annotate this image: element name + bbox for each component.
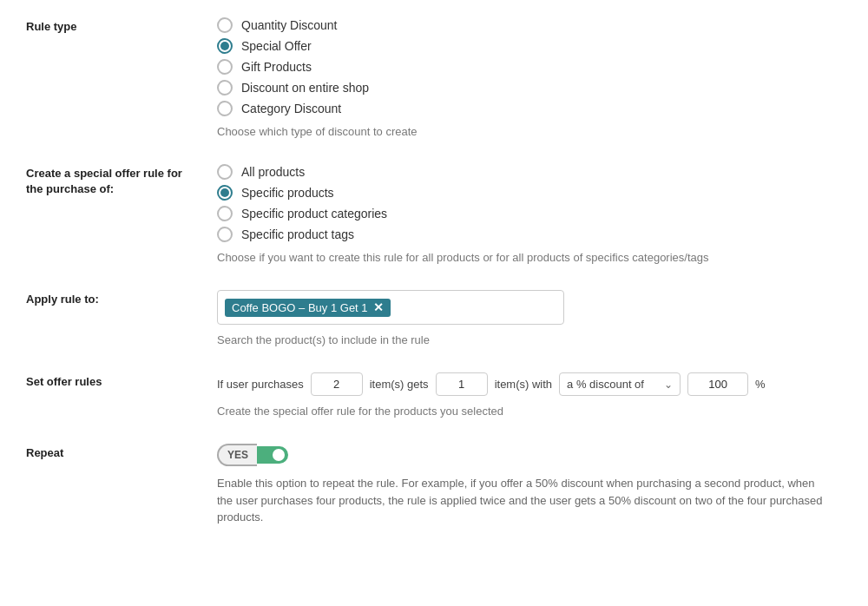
radio-specific-categories[interactable] <box>217 206 233 221</box>
option-quantity-discount[interactable]: Quantity Discount <box>217 17 842 33</box>
option-quantity-discount-label: Quantity Discount <box>241 18 338 32</box>
gets-quantity-input[interactable] <box>436 372 488 396</box>
purchase-of-row: Create a special offer rule for the purc… <box>26 164 842 264</box>
apply-rule-input[interactable]: Coffe BOGO – Buy 1 Get 1 ✕ <box>217 290 564 325</box>
option-specific-categories[interactable]: Specific product categories <box>217 206 842 221</box>
purchase-of-label-line2: the purchase of: <box>26 182 114 195</box>
radio-quantity-discount[interactable] <box>217 17 233 33</box>
option-gift-products[interactable]: Gift Products <box>217 59 842 75</box>
rule-type-content: Quantity Discount Special Offer Gift Pro… <box>217 17 842 138</box>
option-discount-entire-shop-label: Discount on entire shop <box>241 81 369 95</box>
repeat-label: Repeat <box>26 444 217 461</box>
toggle-knob <box>273 449 285 461</box>
percent-symbol: % <box>755 378 766 391</box>
discount-type-label: a % discount of <box>567 378 644 391</box>
rule-type-label: Rule type <box>26 17 217 35</box>
option-specific-products-label: Specific products <box>241 186 334 200</box>
offer-rules-row: Set offer rules If user purchases item(s… <box>26 372 842 418</box>
repeat-row: Repeat YES Enable this option to repeat … <box>26 444 842 526</box>
apply-rule-help: Search the product(s) to include in the … <box>217 333 842 346</box>
option-special-offer[interactable]: Special Offer <box>217 38 842 54</box>
chevron-down-icon: ⌄ <box>664 379 673 391</box>
radio-specific-products[interactable] <box>217 185 233 201</box>
remove-tag-button[interactable]: ✕ <box>373 301 384 313</box>
discount-type-select[interactable]: a % discount of ⌄ <box>559 372 681 396</box>
option-specific-tags[interactable]: Specific product tags <box>217 227 842 242</box>
option-specific-products[interactable]: Specific products <box>217 185 842 201</box>
offer-rules-inputs: If user purchases item(s) gets item(s) w… <box>217 372 842 396</box>
radio-category-discount[interactable] <box>217 101 233 116</box>
option-specific-categories-label: Specific product categories <box>241 207 387 221</box>
option-all-products-label: All products <box>241 165 305 179</box>
offer-rules-label: Set offer rules <box>26 372 217 390</box>
radio-gift-products[interactable] <box>217 59 233 75</box>
selected-product-tag: Coffe BOGO – Buy 1 Get 1 ✕ <box>225 299 391 317</box>
if-user-purchases-label: If user purchases <box>217 378 304 391</box>
option-special-offer-label: Special Offer <box>241 39 312 53</box>
option-discount-entire-shop[interactable]: Discount on entire shop <box>217 80 842 96</box>
items-with-label: item(s) with <box>495 378 552 391</box>
option-specific-tags-label: Specific product tags <box>241 227 354 241</box>
option-category-discount[interactable]: Category Discount <box>217 101 842 116</box>
apply-rule-content: Coffe BOGO – Buy 1 Get 1 ✕ Search the pr… <box>217 290 842 346</box>
repeat-help: Enable this option to repeat the rule. F… <box>217 475 825 526</box>
repeat-content: YES Enable this option to repeat the rul… <box>217 444 842 526</box>
rule-type-help: Choose which type of discount to create <box>217 125 842 138</box>
purchase-of-content: All products Specific products Specific … <box>217 164 842 264</box>
purchase-of-label-line1: Create a special offer rule for <box>26 167 182 180</box>
option-category-discount-label: Category Discount <box>241 102 341 115</box>
repeat-toggle[interactable]: YES <box>217 444 842 466</box>
items-gets-label: item(s) gets <box>370 378 429 391</box>
rule-type-row: Rule type Quantity Discount Special Offe… <box>26 17 842 138</box>
toggle-switch[interactable] <box>257 446 288 464</box>
apply-rule-row: Apply rule to: Coffe BOGO – Buy 1 Get 1 … <box>26 290 842 346</box>
radio-special-offer[interactable] <box>217 38 233 54</box>
rule-type-options: Quantity Discount Special Offer Gift Pro… <box>217 17 842 116</box>
apply-rule-label: Apply rule to: <box>26 290 217 307</box>
offer-rules-help: Create the special offer rule for the pr… <box>217 405 842 418</box>
radio-all-products[interactable] <box>217 164 233 180</box>
offer-rules-content: If user purchases item(s) gets item(s) w… <box>217 372 842 418</box>
option-gift-products-label: Gift Products <box>241 60 312 74</box>
purchase-of-label: Create a special offer rule for the purc… <box>26 164 217 197</box>
purchase-of-help: Choose if you want to create this rule f… <box>217 251 842 264</box>
discount-value-input[interactable] <box>687 372 748 396</box>
radio-discount-entire-shop[interactable] <box>217 80 233 96</box>
radio-specific-tags[interactable] <box>217 227 233 242</box>
purchases-quantity-input[interactable] <box>311 372 363 396</box>
tag-label: Coffe BOGO – Buy 1 Get 1 <box>232 301 368 314</box>
purchase-of-options: All products Specific products Specific … <box>217 164 842 242</box>
option-all-products[interactable]: All products <box>217 164 842 180</box>
toggle-yes-label: YES <box>217 444 257 466</box>
